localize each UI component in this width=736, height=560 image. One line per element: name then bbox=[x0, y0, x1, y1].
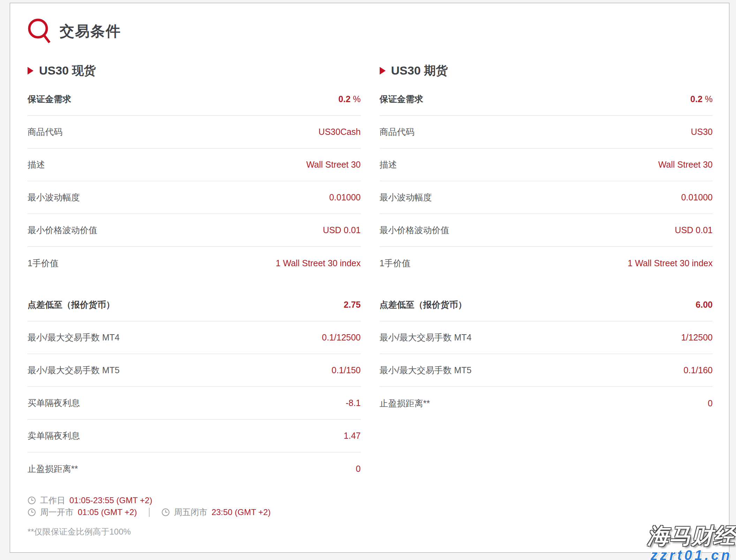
table-row: 卖单隔夜利息 1.47 bbox=[28, 420, 361, 452]
open-close-schedule: 周一开市 01:05 (GMT +2) 周五闭市 23:50 (GMT +2) bbox=[28, 507, 361, 518]
monday-open-label: 周一开市 bbox=[40, 507, 74, 518]
schedule-footer: 工作日 01:05-23:55 (GMT +2) 周一开市 01:05 (GMT… bbox=[28, 495, 361, 537]
table-row: 最小价格波动价值 USD 0.01 bbox=[380, 214, 713, 247]
table-row: 最小波动幅度 0.01000 bbox=[28, 181, 361, 214]
columns-container: US30 现货 保证金需求 0.2 % 商品代码 US30Cash 描述 Wal… bbox=[28, 64, 713, 537]
spot-column: US30 现货 保证金需求 0.2 % 商品代码 US30Cash 描述 Wal… bbox=[28, 64, 361, 537]
table-row: 买单隔夜利息 -8.1 bbox=[28, 387, 361, 420]
table-row: 点差低至（报价货币） 2.75 bbox=[28, 289, 361, 321]
search-icon bbox=[28, 18, 51, 45]
friday-close-label: 周五闭市 bbox=[174, 507, 207, 518]
page-title: 交易条件 bbox=[60, 22, 121, 41]
friday-close-time: 23:50 (GMT +2) bbox=[212, 507, 271, 517]
spot-section-title: US30 现货 bbox=[39, 63, 96, 79]
table-row: 最小/最大交易手数 MT5 0.1/160 bbox=[380, 354, 713, 387]
table-row: 描述 Wall Street 30 bbox=[28, 148, 361, 181]
table-row: 描述 Wall Street 30 bbox=[380, 148, 713, 181]
monday-open-time: 01:05 (GMT +2) bbox=[78, 507, 137, 517]
table-row: 商品代码 US30Cash bbox=[28, 116, 361, 148]
futures-table: 保证金需求 0.2 % 商品代码 US30 描述 Wall Street 30 … bbox=[380, 83, 713, 420]
futures-column: US30 期货 保证金需求 0.2 % 商品代码 US30 描述 Wall St… bbox=[380, 64, 713, 537]
divider bbox=[149, 508, 150, 517]
spot-section-header[interactable]: US30 现货 bbox=[28, 64, 361, 78]
page-header: 交易条件 bbox=[28, 18, 713, 44]
table-row: 保证金需求 0.2 % bbox=[380, 83, 713, 116]
table-row: 最小波动幅度 0.01000 bbox=[380, 181, 713, 214]
table-row: 商品代码 US30 bbox=[380, 116, 713, 148]
triangle-right-icon bbox=[380, 67, 386, 75]
futures-section-title: US30 期货 bbox=[391, 63, 448, 79]
triangle-right-icon bbox=[28, 67, 33, 75]
table-row: 最小/最大交易手数 MT4 0.1/12500 bbox=[28, 321, 361, 354]
trading-conditions-card: 交易条件 US30 现货 保证金需求 0.2 % 商品代码 US30Cash 描… bbox=[10, 3, 729, 553]
clock-icon bbox=[28, 508, 36, 516]
table-row: 最小价格波动价值 USD 0.01 bbox=[28, 214, 361, 247]
clock-icon bbox=[28, 496, 36, 505]
weekday-label: 工作日 bbox=[40, 495, 65, 506]
table-row: 保证金需求 0.2 % bbox=[28, 83, 361, 116]
table-row: 最小/最大交易手数 MT5 0.1/150 bbox=[28, 354, 361, 387]
weekday-time: 01:05-23:55 (GMT +2) bbox=[69, 496, 152, 505]
table-row: 止盈损距离** 0 bbox=[28, 452, 361, 485]
table-row: 点差低至（报价货币） 6.00 bbox=[380, 289, 713, 321]
futures-section-header[interactable]: US30 期货 bbox=[380, 64, 713, 78]
table-row: 最小/最大交易手数 MT4 1/12500 bbox=[380, 321, 713, 354]
margin-note: **仅限保证金比例高于100% bbox=[28, 526, 361, 537]
table-row: 1手价值 1 Wall Street 30 index bbox=[28, 247, 361, 279]
table-row: 1手价值 1 Wall Street 30 index bbox=[380, 247, 713, 279]
table-row: 止盈损距离** 0 bbox=[380, 387, 713, 420]
spot-table: 保证金需求 0.2 % 商品代码 US30Cash 描述 Wall Street… bbox=[28, 83, 361, 485]
clock-icon bbox=[161, 508, 170, 516]
weekday-schedule: 工作日 01:05-23:55 (GMT +2) bbox=[28, 495, 361, 506]
